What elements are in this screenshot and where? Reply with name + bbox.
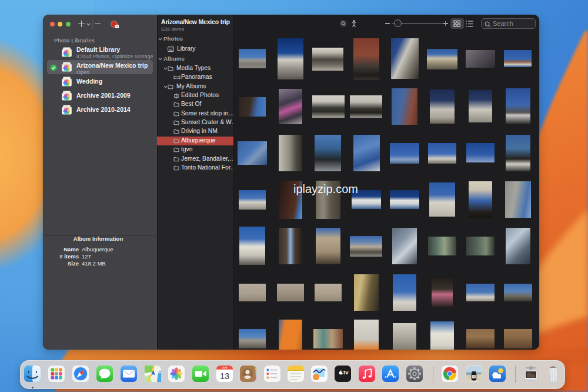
svg-text:tv: tv bbox=[343, 369, 349, 376]
svg-text:13: 13 bbox=[220, 371, 229, 381]
svg-text:JUN: JUN bbox=[222, 366, 228, 369]
